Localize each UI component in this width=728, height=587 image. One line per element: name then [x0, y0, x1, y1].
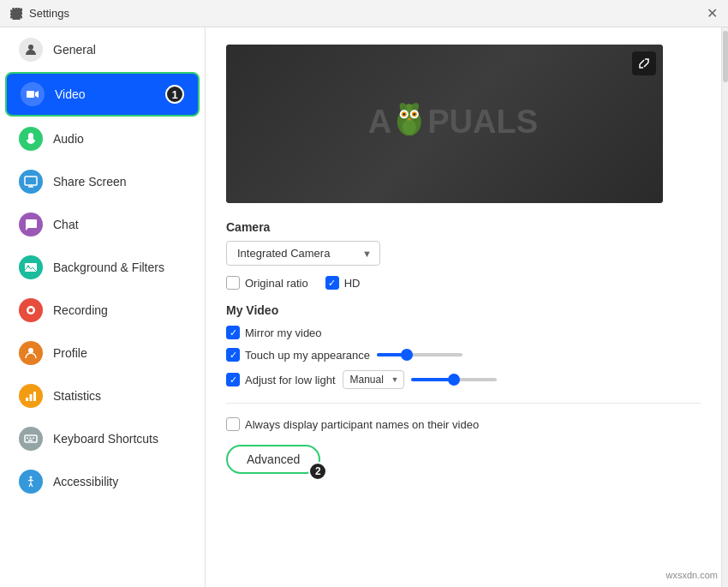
sidebar-item-audio[interactable]: Audio — [5, 118, 200, 159]
watermark: wxsxdn.com — [665, 570, 718, 580]
sidebar-item-keyboard[interactable]: Keyboard Shortcuts — [5, 418, 200, 459]
advanced-button[interactable]: Advanced — [226, 445, 320, 474]
scrollbar[interactable] — [721, 27, 728, 587]
mirror-option-row: Mirror my video — [226, 326, 701, 339]
lowlight-select-wrapper[interactable]: Auto Manual ▼ — [343, 370, 404, 389]
sidebar-label-share: Share Screen — [53, 175, 127, 189]
touchup-slider-fill — [377, 353, 403, 356]
step-badge-2: 2 — [308, 462, 327, 481]
sidebar-item-share-screen[interactable]: Share Screen — [5, 161, 200, 202]
app-container: General Video 1 Audio — [0, 27, 728, 587]
share-screen-icon — [19, 170, 43, 194]
lowlight-label: Adjust for low light — [245, 374, 336, 386]
sidebar-item-statistics[interactable]: Statistics — [5, 375, 200, 416]
mirror-box — [226, 326, 240, 339]
camera-expand-button[interactable] — [632, 51, 656, 75]
lowlight-checkbox[interactable]: Adjust for low light — [226, 373, 336, 386]
original-ratio-label: Original ratio — [245, 277, 308, 290]
profile-icon — [19, 341, 43, 365]
sidebar-item-recording[interactable]: Recording — [5, 290, 200, 331]
sidebar-item-video[interactable]: Video 1 — [5, 72, 200, 117]
mirror-checkbox[interactable]: Mirror my video — [226, 326, 322, 339]
sidebar-item-chat[interactable]: Chat — [5, 204, 200, 245]
sidebar-label-statistics: Statistics — [53, 389, 101, 403]
sidebar-item-background[interactable]: Background & Filters — [5, 247, 200, 288]
sidebar-item-accessibility[interactable]: Accessibility — [5, 461, 200, 502]
svg-point-0 — [28, 45, 33, 50]
sidebar-label-background: Background & Filters — [53, 261, 164, 274]
lowlight-select[interactable]: Auto Manual — [343, 370, 404, 389]
svg-rect-1 — [27, 91, 34, 98]
lowlight-slider-track — [411, 378, 497, 381]
sidebar-label-profile: Profile — [53, 346, 87, 360]
hd-box — [325, 276, 339, 290]
lowlight-option-row: Adjust for low light Auto Manual ▼ — [226, 370, 701, 389]
sidebar: General Video 1 Audio — [0, 27, 206, 587]
svg-rect-12 — [27, 438, 28, 440]
statistics-icon — [19, 384, 43, 408]
original-ratio-box — [226, 276, 240, 290]
background-icon — [19, 255, 43, 279]
touchup-slider-container — [377, 353, 462, 356]
close-button[interactable]: ✕ — [707, 7, 718, 21]
svg-rect-2 — [25, 177, 37, 185]
preview-background: A — [226, 45, 663, 203]
touchup-slider-track — [377, 353, 462, 356]
svg-rect-14 — [33, 438, 34, 440]
always-display-box — [226, 417, 240, 431]
accessibility-icon — [19, 470, 43, 494]
logo-puals: PUALS — [427, 104, 538, 141]
svg-point-28 — [403, 119, 416, 135]
sidebar-item-general[interactable]: General — [5, 29, 200, 70]
touchup-box — [226, 348, 240, 362]
window-title: Settings — [29, 7, 69, 20]
camera-section-label: Camera — [226, 220, 701, 234]
sidebar-label-chat: Chat — [53, 218, 79, 231]
always-display-label: Always display participant names on thei… — [245, 418, 479, 431]
mirror-label: Mirror my video — [245, 326, 322, 339]
keyboard-icon — [19, 427, 43, 451]
sidebar-label-general: General — [53, 43, 96, 57]
svg-rect-10 — [33, 392, 36, 401]
main-content: A — [206, 27, 721, 587]
original-ratio-checkbox[interactable]: Original ratio — [226, 276, 308, 290]
video-quality-checkboxes: Original ratio HD — [226, 276, 701, 290]
lowlight-slider-thumb[interactable] — [448, 374, 460, 386]
always-display-checkbox[interactable]: Always display participant names on thei… — [226, 417, 479, 431]
sidebar-label-video: Video — [55, 87, 86, 101]
chat-icon — [19, 213, 43, 237]
camera-select[interactable]: Integrated Camera FaceTime HD Camera Vir… — [226, 241, 380, 266]
scrollbar-thumb[interactable] — [723, 31, 728, 82]
lowlight-box — [226, 373, 240, 386]
svg-rect-9 — [30, 394, 33, 401]
audio-icon — [19, 127, 43, 151]
recording-icon — [19, 298, 43, 322]
svg-point-16 — [30, 476, 33, 479]
my-video-title: My Video — [226, 303, 701, 317]
video-icon — [21, 82, 45, 106]
settings-icon — [10, 8, 22, 20]
always-display-row: Always display participant names on thei… — [226, 417, 701, 431]
step-badge-1: 1 — [165, 85, 184, 104]
section-divider — [226, 403, 701, 404]
touchup-checkbox[interactable]: Touch up my appearance — [226, 348, 370, 362]
svg-point-7 — [28, 348, 33, 353]
sidebar-item-profile[interactable]: Profile — [5, 332, 200, 374]
sidebar-label-keyboard: Keyboard Shortcuts — [53, 432, 158, 446]
svg-point-6 — [29, 308, 33, 313]
hd-checkbox[interactable]: HD — [325, 276, 361, 290]
svg-point-25 — [403, 113, 406, 116]
touchup-option-row: Touch up my appearance — [226, 348, 701, 362]
touchup-slider-thumb[interactable] — [401, 349, 413, 361]
sidebar-label-accessibility: Accessibility — [53, 475, 118, 488]
svg-rect-15 — [28, 440, 33, 441]
owl-icon — [392, 103, 427, 137]
camera-select-wrapper[interactable]: Integrated Camera FaceTime HD Camera Vir… — [226, 241, 380, 266]
svg-point-26 — [414, 113, 416, 116]
touchup-label: Touch up my appearance — [245, 349, 370, 362]
logo-a: A — [368, 104, 391, 141]
appuals-logo: A — [368, 104, 538, 141]
advanced-button-container: Advanced 2 — [226, 445, 320, 474]
camera-preview: A — [226, 45, 663, 203]
title-bar: Settings ✕ — [0, 0, 728, 27]
